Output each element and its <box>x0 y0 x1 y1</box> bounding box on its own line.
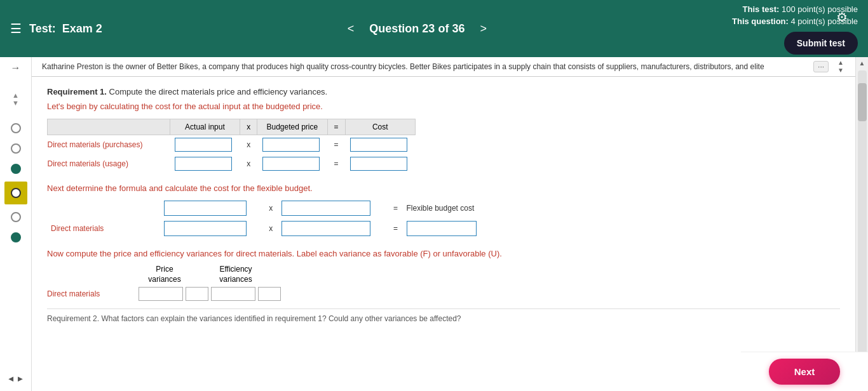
header: ☰ Test: Exam 2 < Question 23 of 36 > ⚙ T… <box>0 0 868 57</box>
price-variance-value[interactable] <box>139 287 183 301</box>
sidebar-highlight-item[interactable] <box>4 182 27 204</box>
header-right: ⚙ This test: 100 point(s) possible This … <box>732 3 858 55</box>
table-row: Direct materials x = <box>47 218 492 239</box>
content-area[interactable]: Katharine Preston is the owner of Better… <box>32 57 855 391</box>
menu-icon[interactable]: ☰ <box>10 21 22 36</box>
sidebar-radio-3[interactable] <box>11 164 21 174</box>
sidebar-radio-5[interactable] <box>11 212 21 222</box>
efficiency-variance-value[interactable] <box>211 287 255 301</box>
sidebar-radio-2[interactable] <box>11 143 21 154</box>
passage-scroll-up[interactable]: ▲ <box>837 59 844 67</box>
bottom-requirement: Requirement 2. What factors can explain … <box>47 308 840 323</box>
variance-row-dm: Direct materials <box>47 287 840 301</box>
dm-variance-label: Direct materials <box>47 289 136 298</box>
price-variance-header: Price variances <box>142 265 187 284</box>
right-scrollbar[interactable]: ▲ ▼ <box>855 57 868 391</box>
sidebar-radio-6[interactable] <box>11 232 21 242</box>
sidebar-radio-4[interactable] <box>11 188 21 198</box>
sidebar-scroll-up[interactable]: ▲ <box>12 91 19 99</box>
gear-icon[interactable]: ⚙ <box>836 10 848 25</box>
scrollbar-thumb[interactable] <box>858 83 867 121</box>
flexible-budget-table: x = Flexible budget cost Direct material… <box>47 198 492 239</box>
passage-scroll-down[interactable]: ▼ <box>837 67 844 74</box>
flex-row1-input1[interactable] <box>164 201 247 216</box>
efficiency-variance-header: Efficiency variances <box>214 265 258 284</box>
test-label: Test: <box>29 22 56 35</box>
question-counter: Question 23 of 36 <box>369 22 465 36</box>
table-row: Direct materials (purchases) x = <box>48 135 416 155</box>
flex-row1-input2[interactable] <box>281 201 370 216</box>
scroll-up-arrow[interactable]: ▲ <box>859 57 865 69</box>
sidebar: → ▲ ▼ ◄ ► <box>0 57 32 391</box>
sidebar-nav-right[interactable]: ► <box>17 374 25 383</box>
passage-text: Katharine Preston is the owner of Better… <box>32 57 813 76</box>
prev-question-button[interactable]: < <box>342 20 360 38</box>
table-row: Direct materials (usage) x = <box>48 154 416 173</box>
flex-dm-input1[interactable] <box>164 221 247 236</box>
instruction-1: Let's begin by calculating the cost for … <box>47 102 840 111</box>
next-question-button[interactable]: > <box>475 20 492 38</box>
flexible-budget-cost-label: Flexible budget cost <box>403 198 492 218</box>
passage-container: Katharine Preston is the owner of Better… <box>32 57 855 77</box>
instruction-3: Now compute the price and efficiency var… <box>47 249 840 258</box>
flex-dm-result[interactable] <box>407 221 477 236</box>
question-content: Requirement 1. Compute the direct materi… <box>32 77 855 333</box>
sidebar-nav-left[interactable]: ◄ <box>7 374 15 383</box>
dm-purchases-actual-input[interactable] <box>175 138 232 152</box>
instruction-2: Next determine the formula and calculate… <box>47 183 840 193</box>
sidebar-radio-1[interactable] <box>11 123 21 133</box>
question-nav: < Question 23 of 36 > <box>342 20 492 38</box>
scrollbar-track[interactable] <box>858 70 867 378</box>
actual-input-table: Actual input x Budgeted price = Cost Dir… <box>47 119 416 173</box>
flex-dm-input2[interactable] <box>281 221 370 236</box>
dm-usage-cost-input[interactable] <box>350 157 407 171</box>
dm-purchases-label: Direct materials (purchases) <box>48 135 170 155</box>
next-button[interactable]: Next <box>769 359 841 385</box>
flex-dm-label: Direct materials <box>47 218 160 239</box>
requirement-title: Requirement 1. Compute the direct materi… <box>47 87 840 96</box>
sidebar-arrow-right[interactable]: → <box>11 62 21 74</box>
passage-scroll: ▲ ▼ <box>834 59 848 74</box>
dm-usage-budgeted-input[interactable] <box>262 157 320 171</box>
efficiency-variance-fu[interactable] <box>258 287 281 301</box>
sidebar-bottom-nav: ◄ ► <box>7 374 25 383</box>
dm-usage-actual-input[interactable] <box>175 157 232 171</box>
dm-purchases-budgeted-input[interactable] <box>262 138 320 152</box>
sidebar-scroll-down[interactable]: ▼ <box>12 99 19 107</box>
price-variance-fu[interactable] <box>186 287 208 301</box>
test-title: Test: Exam 2 <box>29 22 102 36</box>
exam-name: Exam 2 <box>62 22 102 35</box>
main-container: → ▲ ▼ ◄ ► Katharine Preston is the owner… <box>0 57 868 391</box>
variance-headers: Price variances Efficiency variances <box>142 265 840 284</box>
dm-purchases-cost-input[interactable] <box>350 138 407 152</box>
sidebar-scroll-arrows: ▲ ▼ <box>12 91 19 107</box>
passage-expand-icon[interactable]: ··· <box>813 61 829 72</box>
submit-test-button[interactable]: Submit test <box>784 32 858 55</box>
table-row: x = Flexible budget cost <box>47 198 492 218</box>
next-button-container: Next <box>741 352 868 391</box>
dm-usage-label: Direct materials (usage) <box>48 154 170 173</box>
